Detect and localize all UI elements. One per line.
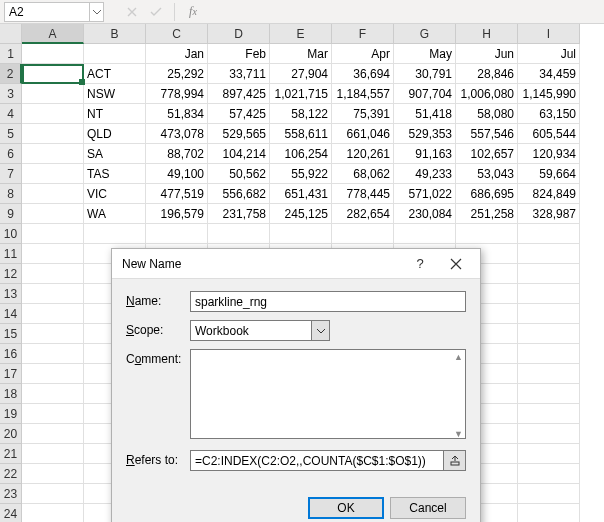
dialog-help-button[interactable]: ? (402, 250, 438, 278)
cell[interactable] (22, 144, 84, 164)
cell[interactable]: 102,657 (456, 144, 518, 164)
dialog-close-button[interactable] (438, 250, 474, 278)
row-header-17[interactable]: 17 (0, 364, 22, 384)
refers-to-input[interactable] (190, 450, 444, 471)
cell[interactable] (394, 224, 456, 244)
cell[interactable]: 75,391 (332, 104, 394, 124)
row-header-4[interactable]: 4 (0, 104, 22, 124)
cell[interactable]: 25,292 (146, 64, 208, 84)
cell[interactable]: 30,791 (394, 64, 456, 84)
cell[interactable]: 556,682 (208, 184, 270, 204)
row-header-3[interactable]: 3 (0, 84, 22, 104)
cell[interactable]: 49,100 (146, 164, 208, 184)
cell[interactable]: 88,702 (146, 144, 208, 164)
cell[interactable]: ACT (84, 64, 146, 84)
cell[interactable] (22, 204, 84, 224)
cell[interactable]: 686,695 (456, 184, 518, 204)
row-header-22[interactable]: 22 (0, 464, 22, 484)
cell[interactable] (22, 244, 84, 264)
row-header-1[interactable]: 1 (0, 44, 22, 64)
cell[interactable] (208, 224, 270, 244)
column-header-I[interactable]: I (518, 24, 580, 44)
cell[interactable] (518, 304, 580, 324)
cell[interactable]: May (394, 44, 456, 64)
cell[interactable] (22, 404, 84, 424)
cell[interactable] (518, 424, 580, 444)
row-header-6[interactable]: 6 (0, 144, 22, 164)
cell[interactable] (22, 164, 84, 184)
cell[interactable] (22, 64, 84, 84)
cell[interactable] (22, 444, 84, 464)
row-header-18[interactable]: 18 (0, 384, 22, 404)
cell[interactable] (22, 104, 84, 124)
cell[interactable] (22, 224, 84, 244)
cell[interactable]: 231,758 (208, 204, 270, 224)
cell[interactable] (518, 484, 580, 504)
cell[interactable]: 477,519 (146, 184, 208, 204)
cell[interactable] (456, 224, 518, 244)
cell[interactable]: 106,254 (270, 144, 332, 164)
cell[interactable]: 120,934 (518, 144, 580, 164)
select-all-corner[interactable] (0, 24, 22, 44)
cell[interactable] (22, 504, 84, 522)
row-header-16[interactable]: 16 (0, 344, 22, 364)
cell[interactable]: 63,150 (518, 104, 580, 124)
row-header-8[interactable]: 8 (0, 184, 22, 204)
column-header-F[interactable]: F (332, 24, 394, 44)
cell[interactable] (518, 224, 580, 244)
cell[interactable] (518, 344, 580, 364)
row-header-5[interactable]: 5 (0, 124, 22, 144)
cell[interactable]: Jan (146, 44, 208, 64)
column-header-B[interactable]: B (84, 24, 146, 44)
row-header-19[interactable]: 19 (0, 404, 22, 424)
cell[interactable]: 1,184,557 (332, 84, 394, 104)
cell[interactable]: 328,987 (518, 204, 580, 224)
cell[interactable] (22, 84, 84, 104)
cell[interactable]: NT (84, 104, 146, 124)
cell[interactable]: QLD (84, 124, 146, 144)
cell[interactable]: 1,006,080 (456, 84, 518, 104)
cell[interactable]: 53,043 (456, 164, 518, 184)
cell[interactable]: 529,565 (208, 124, 270, 144)
cell[interactable]: 50,562 (208, 164, 270, 184)
cell[interactable] (518, 444, 580, 464)
cell[interactable]: 36,694 (332, 64, 394, 84)
cell[interactable]: Jun (456, 44, 518, 64)
cell[interactable]: 27,904 (270, 64, 332, 84)
cell[interactable] (22, 44, 84, 64)
row-header-11[interactable]: 11 (0, 244, 22, 264)
cell[interactable]: 49,233 (394, 164, 456, 184)
cell[interactable]: TAS (84, 164, 146, 184)
cell[interactable]: 58,080 (456, 104, 518, 124)
scope-select[interactable] (190, 320, 312, 341)
cell[interactable] (518, 384, 580, 404)
cell[interactable]: 57,425 (208, 104, 270, 124)
cell[interactable]: 1,145,990 (518, 84, 580, 104)
name-box[interactable]: A2 (4, 2, 90, 22)
cell[interactable]: 120,261 (332, 144, 394, 164)
cell[interactable]: 34,459 (518, 64, 580, 84)
cell[interactable]: 778,445 (332, 184, 394, 204)
cell[interactable] (270, 224, 332, 244)
column-header-A[interactable]: A (22, 24, 84, 44)
fx-icon[interactable]: fx (185, 4, 201, 20)
cancel-button[interactable]: Cancel (390, 497, 466, 519)
column-header-G[interactable]: G (394, 24, 456, 44)
cell[interactable]: 571,022 (394, 184, 456, 204)
cell[interactable]: 245,125 (270, 204, 332, 224)
comment-textarea[interactable] (190, 349, 466, 439)
cell[interactable]: 473,078 (146, 124, 208, 144)
cell[interactable] (22, 284, 84, 304)
cell[interactable]: 104,214 (208, 144, 270, 164)
row-header-23[interactable]: 23 (0, 484, 22, 504)
column-header-C[interactable]: C (146, 24, 208, 44)
row-header-7[interactable]: 7 (0, 164, 22, 184)
cell[interactable]: 907,704 (394, 84, 456, 104)
row-header-10[interactable]: 10 (0, 224, 22, 244)
cell[interactable]: Apr (332, 44, 394, 64)
cell[interactable] (84, 224, 146, 244)
cell[interactable]: 661,046 (332, 124, 394, 144)
cell[interactable] (518, 324, 580, 344)
cell[interactable] (518, 504, 580, 522)
row-header-2[interactable]: 2 (0, 64, 22, 84)
